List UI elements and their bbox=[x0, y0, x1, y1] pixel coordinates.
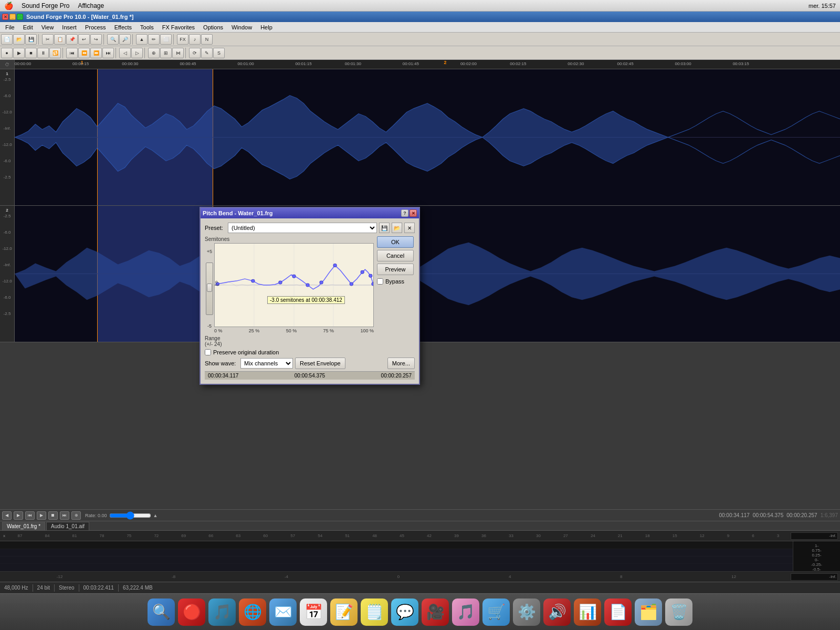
dock-rme[interactable]: 🔊 bbox=[543, 598, 571, 626]
dock-browser[interactable]: 🌐 bbox=[239, 598, 266, 626]
tb-zoom-out[interactable]: 🔎 bbox=[119, 34, 131, 45]
preset-save-btn[interactable]: 💾 bbox=[379, 223, 390, 233]
tb-effects[interactable]: FX bbox=[177, 34, 188, 45]
tb-open[interactable]: 📂 bbox=[13, 34, 25, 45]
more-button[interactable]: More... bbox=[387, 358, 415, 369]
preserve-checkbox[interactable] bbox=[205, 349, 211, 355]
cancel-button[interactable]: Cancel bbox=[377, 250, 414, 261]
tb-crossfade[interactable]: ⋈ bbox=[172, 48, 184, 58]
ok-button[interactable]: OK bbox=[377, 236, 414, 248]
tb-smart[interactable]: S bbox=[213, 48, 225, 58]
apple-menu[interactable]: 🍎 bbox=[4, 2, 13, 10]
tb-scrub[interactable]: ⟳ bbox=[189, 48, 201, 58]
nav-end-btn[interactable]: ⊕ bbox=[71, 511, 81, 520]
maximize-button[interactable]: □ bbox=[17, 14, 23, 20]
preset-select[interactable]: (Untitled) bbox=[228, 223, 377, 233]
tb-skip-end[interactable]: ⏭ bbox=[102, 48, 114, 58]
menu-effects[interactable]: Effects bbox=[111, 23, 135, 32]
dock-mail[interactable]: ✉️ bbox=[269, 598, 297, 626]
nav-left-btn[interactable]: ◀ bbox=[2, 511, 12, 520]
dock-soundforge[interactable]: 📊 bbox=[574, 598, 601, 626]
tb-marker-go[interactable]: ▷ bbox=[131, 48, 143, 58]
menu-tools[interactable]: Tools bbox=[137, 23, 157, 32]
tb-paste[interactable]: 📌 bbox=[66, 34, 78, 45]
dock-finder[interactable]: 🔍 bbox=[148, 598, 175, 626]
dock-video[interactable]: 🎥 bbox=[422, 598, 449, 626]
preset-open-btn[interactable]: 📂 bbox=[392, 223, 402, 233]
nav-stop-btn[interactable]: ⏹ bbox=[48, 511, 58, 520]
menu-view[interactable]: View bbox=[38, 23, 57, 32]
tab-audio101[interactable]: Audio 1_01.aif bbox=[46, 522, 89, 530]
menu-affichage[interactable]: Affichage bbox=[78, 2, 104, 9]
minimize-button[interactable]: _ bbox=[9, 14, 16, 20]
tb-record[interactable]: ● bbox=[1, 48, 13, 58]
dock-files[interactable]: 🗂️ bbox=[635, 598, 662, 626]
rate-slider[interactable] bbox=[109, 511, 151, 520]
nav-prev-btn[interactable]: ⏮ bbox=[25, 511, 35, 520]
tab-water01[interactable]: Water_01.frg * bbox=[2, 522, 45, 530]
nav-next-btn[interactable]: ⏭ bbox=[60, 511, 69, 520]
tb-pause[interactable]: ⏸ bbox=[37, 48, 49, 58]
menu-insert[interactable]: Insert bbox=[59, 23, 80, 32]
dock-notes[interactable]: 📝 bbox=[330, 598, 358, 626]
dock-red-app[interactable]: 🔴 bbox=[178, 598, 205, 626]
menu-sound-forge[interactable]: Sound Forge Pro bbox=[22, 2, 69, 9]
track-1-waveform-area[interactable] bbox=[15, 69, 840, 205]
tb-fast-fwd[interactable]: ⏩ bbox=[90, 48, 102, 58]
dock-calendar[interactable]: 📅 bbox=[300, 598, 327, 626]
tb-rewind[interactable]: ⏪ bbox=[78, 48, 90, 58]
range-slider[interactable] bbox=[206, 262, 213, 315]
tb-zoom-in[interactable]: 🔍 bbox=[107, 34, 119, 45]
track-2-waveform-area[interactable] bbox=[15, 206, 840, 342]
dock-chat[interactable]: 💬 bbox=[391, 598, 418, 626]
dock-itunes[interactable]: 🎵 bbox=[452, 598, 479, 626]
tb-copy[interactable]: 📋 bbox=[54, 34, 66, 45]
menu-file[interactable]: File bbox=[2, 23, 18, 32]
dock-music[interactable]: 🎵 bbox=[208, 598, 236, 626]
tb-new[interactable]: 📄 bbox=[1, 34, 13, 45]
tb-save[interactable]: 💾 bbox=[25, 34, 37, 45]
tb-cut[interactable]: ✂ bbox=[42, 34, 54, 45]
pitch-dialog-close-button[interactable]: ✕ bbox=[410, 209, 417, 217]
preset-delete-btn[interactable]: ✕ bbox=[404, 223, 415, 233]
tb-redo[interactable]: ↪ bbox=[90, 34, 102, 45]
tb-skip-start[interactable]: ⏮ bbox=[66, 48, 78, 58]
spectrum-content bbox=[0, 541, 793, 571]
nav-right-btn[interactable]: ▶ bbox=[14, 511, 23, 520]
tb-loop-play[interactable]: 🔁 bbox=[49, 48, 61, 58]
tb-grid[interactable]: ⊞ bbox=[160, 48, 172, 58]
tb-eraser[interactable]: ⬜ bbox=[160, 34, 172, 45]
pitch-dialog-help-button[interactable]: ? bbox=[401, 209, 408, 217]
tb-pitch[interactable]: ♪ bbox=[189, 34, 201, 45]
close-button[interactable]: ✕ bbox=[2, 14, 8, 20]
menu-help[interactable]: Help bbox=[257, 23, 276, 32]
dock-system-prefs[interactable]: ⚙️ bbox=[513, 598, 540, 626]
menu-options[interactable]: Options bbox=[200, 23, 226, 32]
tb-pencil[interactable]: ✏ bbox=[148, 34, 160, 45]
dock-appstore[interactable]: 🛒 bbox=[482, 598, 510, 626]
dock-stickies[interactable]: 🗒️ bbox=[361, 598, 388, 626]
wave-select[interactable]: Mix channels Left channel Right channel bbox=[240, 358, 293, 369]
nav-play-btn[interactable]: ▶ bbox=[37, 511, 46, 520]
menu-edit[interactable]: Edit bbox=[20, 23, 36, 32]
tb-stop[interactable]: ■ bbox=[25, 48, 37, 58]
dock-trash[interactable]: 🗑️ bbox=[665, 598, 692, 626]
preview-button[interactable]: Preview bbox=[377, 264, 414, 275]
menu-window[interactable]: Window bbox=[228, 23, 255, 32]
tb-normalize[interactable]: N bbox=[201, 34, 213, 45]
tb-snap[interactable]: ⊕ bbox=[148, 48, 160, 58]
menu-fx-favorites[interactable]: FX Favorites bbox=[159, 23, 198, 32]
tb-select[interactable]: ▲ bbox=[136, 34, 148, 45]
menu-process[interactable]: Process bbox=[82, 23, 109, 32]
range-slider-thumb[interactable] bbox=[207, 284, 212, 292]
semitones-label: Semitones bbox=[205, 236, 374, 242]
tb-marker-set[interactable]: ◁ bbox=[119, 48, 131, 58]
tb-play[interactable]: ▶ bbox=[13, 48, 25, 58]
tb-undo[interactable]: ↩ bbox=[78, 34, 90, 45]
env-canvas[interactable]: 0 -3.0 semitones at 00:00:38.412 bbox=[214, 243, 374, 327]
envelope-svg: 0 bbox=[215, 244, 373, 327]
tb-pencil2[interactable]: ✎ bbox=[201, 48, 213, 58]
dock-acrobat[interactable]: 📄 bbox=[604, 598, 632, 626]
bypass-checkbox[interactable] bbox=[377, 278, 383, 285]
reset-envelope-button[interactable]: Reset Envelope bbox=[295, 358, 345, 369]
